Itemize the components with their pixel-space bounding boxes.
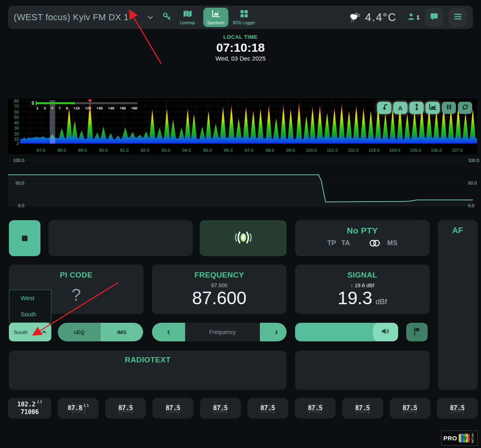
local-time-value: 07:10:18 — [0, 41, 481, 55]
chat-button[interactable] — [425, 8, 443, 27]
speaker-icon — [381, 328, 390, 337]
ims-button[interactable]: iMS — [101, 323, 143, 341]
menu-button[interactable] — [449, 8, 467, 27]
chevron-down-icon[interactable] — [148, 14, 153, 21]
flag-button[interactable] — [406, 323, 428, 341]
s-meter: S 13579+10+20+30+40+50+60 — [32, 101, 137, 110]
frequency-stepper: ‹ › — [152, 323, 287, 341]
frequency-up-button[interactable]: › — [260, 323, 287, 341]
menu-icon — [454, 13, 462, 21]
spectrum-x-tick: 93.0 — [162, 148, 170, 153]
nav-livemap-label: Livemap — [180, 21, 195, 25]
signal-history-tick: 50.0 — [11, 181, 24, 185]
s-meter-fill — [36, 102, 75, 104]
autoscale-vertical-button[interactable] — [409, 102, 424, 114]
spectrum-x-tick: 92.0 — [141, 148, 149, 153]
signal-history-tick: 50.0 — [468, 181, 481, 185]
preset-button-10[interactable]: 87.5 — [437, 398, 478, 419]
signal-title: SIGNAL — [295, 271, 430, 280]
spectrum-x-tick: 87.0 — [37, 148, 45, 153]
pause-spectrum-button[interactable] — [442, 102, 456, 114]
spectrum-x-tick: 90.0 — [99, 148, 108, 153]
key-icon[interactable] — [162, 12, 172, 23]
s-meter-tick: 7 — [59, 106, 61, 110]
ceq-button[interactable]: cEQ — [58, 323, 101, 341]
frequency-down-button[interactable]: ‹ — [152, 323, 185, 341]
nav-rds-logger[interactable]: RDS Logger — [232, 8, 257, 27]
stop-button[interactable] — [9, 220, 40, 256]
preset-button-6[interactable]: 87.5 — [247, 398, 288, 419]
spectrum-toolbar: A — [377, 102, 472, 114]
jump-to-signal-button[interactable] — [377, 102, 391, 114]
broadcast-ping-icon — [230, 229, 256, 248]
spectrum-x-tick: 100.0 — [306, 148, 317, 153]
preset-button-9[interactable]: 87.5 — [390, 398, 430, 419]
preset-button-5[interactable]: 87.5 — [200, 398, 241, 419]
graph-style-button[interactable] — [426, 102, 440, 114]
dsp-toggle-group: cEQ iMS — [58, 323, 143, 341]
chevron-up-icon — [42, 330, 46, 334]
spectrum-x-tick: 101.0 — [327, 148, 338, 153]
auto-mode-button[interactable]: A — [393, 102, 407, 114]
frequency-input[interactable] — [185, 323, 260, 341]
spectrum-x-tick: 88.0 — [57, 148, 66, 153]
radiotext-panel: RADIOTEXT — [9, 351, 287, 390]
signal-history-tick: 100.0 — [11, 158, 24, 163]
radiotext-title: RADIOTEXT — [9, 355, 287, 364]
signal-history-tick: 100.0 — [468, 158, 481, 163]
antenna-option-west[interactable]: West — [9, 290, 51, 306]
volume-slider[interactable] — [295, 323, 398, 341]
nav-rds-logger-label: RDS Logger — [233, 21, 255, 25]
antenna-option-south[interactable]: South — [9, 306, 51, 322]
antenna-selected-value: South — [14, 329, 42, 335]
spectrum-x-tick: 103.0 — [368, 148, 380, 153]
spectrum-y-tick: 40 — [8, 120, 19, 125]
top-bar: (WEST focus) Kyiv FM DX 1 Livemap Spectr… — [8, 6, 473, 29]
s-meter-tick: +60 — [131, 106, 137, 110]
refresh-spectrum-button[interactable] — [458, 102, 472, 114]
s-meter-tick: +50 — [120, 106, 126, 110]
listener-counter: 1 — [407, 13, 420, 22]
station-name-panel — [49, 220, 193, 256]
server-title[interactable]: (WEST focus) Kyiv FM DX 1 — [14, 12, 129, 23]
spectrum-x-tick: 96.0 — [224, 148, 232, 153]
preset-button-3[interactable]: 87.5 — [105, 398, 146, 419]
signal-panel: SIGNAL ↑ 19.6 dBf 19.3dBf — [295, 265, 430, 314]
signal-history-tick: 0.0 — [468, 203, 481, 208]
signal-peak: ↑ 19.6 dBf — [295, 282, 430, 288]
antenna-dropdown-list: WestSouth — [9, 290, 51, 323]
spectrum-x-tick: 89.0 — [78, 148, 87, 153]
temperature-value: 4.4°C — [365, 11, 397, 24]
arrow-down-icon — [380, 103, 388, 113]
preset-button-1[interactable]: 102.2171006 — [8, 398, 51, 419]
user-icon — [407, 13, 415, 22]
preset-button-8[interactable]: 87.5 — [342, 398, 383, 419]
preset-button-7[interactable]: 87.5 — [295, 398, 335, 419]
frequency-panel: FREQUENCY 87.500 87.600 — [152, 265, 287, 314]
ping-panel[interactable] — [200, 220, 287, 256]
frequency-value[interactable]: 87.600 — [152, 289, 287, 307]
pty-panel: No PTY TP TA MS — [295, 220, 430, 256]
ta-flag: TA — [341, 239, 350, 247]
s-meter-tick: +10 — [74, 106, 80, 110]
preset-button-2[interactable]: 87.81 — [58, 398, 99, 419]
up-arrow-icon: ↑ — [350, 282, 353, 288]
spectrum-graph[interactable]: 80706050403020102 87.088.089.090.091.092… — [8, 99, 477, 154]
table-grid-icon — [240, 10, 249, 19]
pi-code-title: PI CODE — [9, 271, 143, 280]
frequency-previous: 87.500 — [152, 282, 287, 288]
nav-livemap[interactable]: Livemap — [175, 8, 200, 27]
spectrum-x-tick: 104.0 — [389, 148, 401, 153]
ms-flag: MS — [387, 239, 398, 247]
antenna-select[interactable]: South — [9, 323, 51, 341]
s-meter-tick: +40 — [108, 106, 114, 110]
af-title: AF — [438, 226, 478, 235]
nav-spectrum[interactable]: Spectrum — [203, 8, 228, 27]
spectrum-y-tick: 80 — [8, 99, 19, 103]
aux-panel — [295, 351, 430, 390]
volume-slider-thumb[interactable] — [373, 323, 398, 341]
signal-history-chart — [8, 158, 473, 209]
preset-button-4[interactable]: 87.5 — [152, 398, 193, 419]
protv-logo-pro: PRO — [443, 435, 457, 442]
spectrum-y-tick: 50 — [8, 115, 19, 120]
